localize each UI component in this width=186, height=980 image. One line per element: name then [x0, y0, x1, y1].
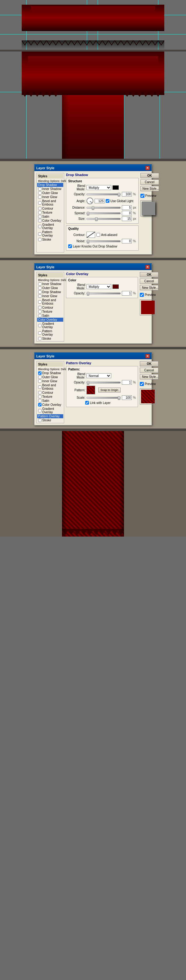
d2-blend-mode-select[interactable]: Multiply: [87, 284, 111, 289]
spread-slider[interactable]: [87, 212, 121, 214]
d2-blending-options[interactable]: Blending Options: Default: [37, 278, 63, 282]
d3-gradient-overlay[interactable]: Gradient Overlay: [37, 407, 63, 414]
size-thumb[interactable]: [95, 217, 98, 221]
d2-blend-mode-row: Blend Mode: Multiply: [68, 283, 136, 290]
d3-scale-thumb[interactable]: [118, 396, 120, 400]
style-outer-glow[interactable]: Outer Glow: [37, 191, 63, 195]
distance-slider[interactable]: [87, 207, 121, 209]
d2-opacity-thumb[interactable]: [87, 292, 89, 296]
style-texture[interactable]: Texture: [37, 210, 63, 215]
d3-opacity-input[interactable]: [122, 380, 132, 385]
blend-mode-select[interactable]: Multiply: [87, 185, 111, 190]
opacity-input[interactable]: [122, 192, 132, 197]
d2-contour[interactable]: Contour: [37, 305, 63, 310]
d3-opacity-slider[interactable]: [87, 382, 121, 383]
d3-snap-to-origin-button[interactable]: Snap to Origin: [98, 388, 121, 393]
d3-color-overlay[interactable]: Color Overlay: [37, 403, 63, 407]
dialog-1-ok-button[interactable]: OK: [140, 173, 159, 178]
d2-inner-glow[interactable]: Inner Glow: [37, 294, 63, 298]
layer-knocks-checkbox[interactable]: [68, 244, 72, 248]
dialog-3-styles-title: Styles: [37, 362, 63, 367]
d2-outer-glow[interactable]: Outer Glow: [37, 286, 63, 290]
blend-mode-label: Blend Mode:: [68, 184, 85, 191]
style-stroke[interactable]: Stroke: [37, 237, 63, 242]
d3-scale-input[interactable]: [122, 395, 132, 400]
d3-stroke[interactable]: Stroke: [37, 418, 63, 422]
dialog-3-close[interactable]: ✕: [145, 354, 150, 358]
dialog-3-preview-text: Preview: [145, 382, 156, 386]
d2-opacity-input[interactable]: [122, 291, 132, 296]
dialog-1-cancel-button[interactable]: Cancel: [140, 180, 159, 185]
size-slider[interactable]: [87, 218, 121, 220]
contour-row: Contour: Anti-aliased: [68, 232, 136, 238]
d2-gradient-overlay[interactable]: Gradient Overlay: [37, 322, 63, 329]
anti-aliased-checkbox[interactable]: [96, 233, 100, 237]
d3-drop-shadow[interactable]: Drop Shadow: [37, 371, 63, 375]
d2-stroke[interactable]: Stroke: [37, 337, 63, 340]
spread-input[interactable]: [122, 211, 132, 215]
opacity-thumb[interactable]: [118, 193, 120, 197]
noise-thumb[interactable]: [87, 240, 89, 243]
d3-opacity-thumb[interactable]: [87, 381, 89, 385]
dialog-2-preview-checkbox[interactable]: [140, 293, 144, 297]
d3-blending-options[interactable]: Blending Options: Default: [37, 368, 63, 371]
noise-slider[interactable]: [87, 240, 121, 242]
d2-pattern-overlay[interactable]: Pattern Overlay: [37, 329, 63, 337]
d3-scale-slider[interactable]: [87, 397, 121, 399]
d3-pattern-swatch[interactable]: [87, 386, 95, 395]
result-right-shadow: [119, 431, 124, 536]
style-blending-options[interactable]: Blending Options: Default: [37, 179, 63, 183]
d2-inner-shadow[interactable]: Inner Shadow: [37, 282, 63, 286]
use-global-light-checkbox[interactable]: [106, 199, 109, 203]
d3-texture[interactable]: Texture: [37, 395, 63, 399]
style-color-overlay[interactable]: Color Overlay: [37, 219, 63, 223]
spread-thumb[interactable]: [87, 212, 89, 215]
dialog-1-preview-checkbox[interactable]: [140, 194, 145, 198]
d2-color-overlay[interactable]: Color Overlay: [37, 318, 63, 322]
angle-input[interactable]: [95, 199, 104, 204]
dialog-3-cancel-button[interactable]: Cancel: [140, 368, 158, 373]
d3-link-checkbox[interactable]: [85, 401, 89, 405]
style-satin[interactable]: Satin: [37, 215, 63, 219]
dialog-2-ok-button[interactable]: OK: [140, 272, 158, 277]
d3-outer-glow[interactable]: Outer Glow: [37, 375, 63, 379]
dialog-2-cancel-button[interactable]: Cancel: [140, 278, 158, 284]
d3-blend-mode-select[interactable]: Normal: [87, 373, 111, 378]
blend-mode-color-swatch[interactable]: [112, 185, 119, 190]
distance-input[interactable]: [122, 205, 132, 210]
d3-pattern-overlay[interactable]: Pattern Overlay: [37, 414, 63, 418]
dialog-2-new-style-button[interactable]: New Style...: [140, 285, 158, 290]
style-inner-glow[interactable]: Inner Glow: [37, 195, 63, 199]
opacity-slider[interactable]: [87, 194, 121, 195]
d3-inner-glow[interactable]: Inner Glow: [37, 379, 63, 383]
structure-subsection: Structure Blend Mode: Multiply Opacity:: [66, 178, 139, 224]
style-gradient-overlay[interactable]: Gradient Overlay: [37, 223, 63, 230]
d3-satin[interactable]: Satin: [37, 399, 63, 403]
angle-dial[interactable]: [87, 197, 93, 204]
noise-row: Noise: %: [68, 239, 136, 243]
d2-satin[interactable]: Satin: [37, 313, 63, 318]
style-bevel-emboss[interactable]: Bevel and Emboss: [37, 199, 63, 207]
d3-contour[interactable]: Contour: [37, 391, 63, 395]
contour-swatch[interactable]: [87, 232, 95, 238]
spread-unit: %: [133, 212, 136, 215]
d3-bevel-emboss[interactable]: Bevel and Emboss: [37, 383, 63, 391]
style-drop-shadow[interactable]: Drop Shadow: [37, 183, 63, 187]
style-inner-shadow[interactable]: Inner Shadow: [37, 187, 63, 191]
dialog-2-close[interactable]: ✕: [145, 265, 150, 269]
dialog-3-ok-button[interactable]: OK: [140, 361, 158, 366]
d2-color-swatch[interactable]: [112, 285, 119, 289]
dialog-3-new-style-button[interactable]: New Style...: [140, 374, 158, 379]
dialog-3-preview-checkbox[interactable]: [140, 382, 144, 386]
d2-drop-shadow[interactable]: Drop Shadow: [37, 290, 63, 294]
distance-thumb[interactable]: [92, 206, 94, 210]
d2-bevel-emboss[interactable]: Bevel and Emboss: [37, 298, 63, 305]
d2-texture[interactable]: Texture: [37, 310, 63, 313]
dialog-1-new-style-button[interactable]: New Style...: [140, 186, 159, 191]
style-contour[interactable]: Contour: [37, 207, 63, 210]
dialog-1-close[interactable]: ✕: [145, 166, 150, 170]
size-input[interactable]: [122, 216, 132, 221]
noise-input[interactable]: [122, 239, 132, 243]
style-pattern-overlay[interactable]: Pattern Overlay: [37, 230, 63, 237]
d2-opacity-slider[interactable]: [87, 293, 121, 294]
